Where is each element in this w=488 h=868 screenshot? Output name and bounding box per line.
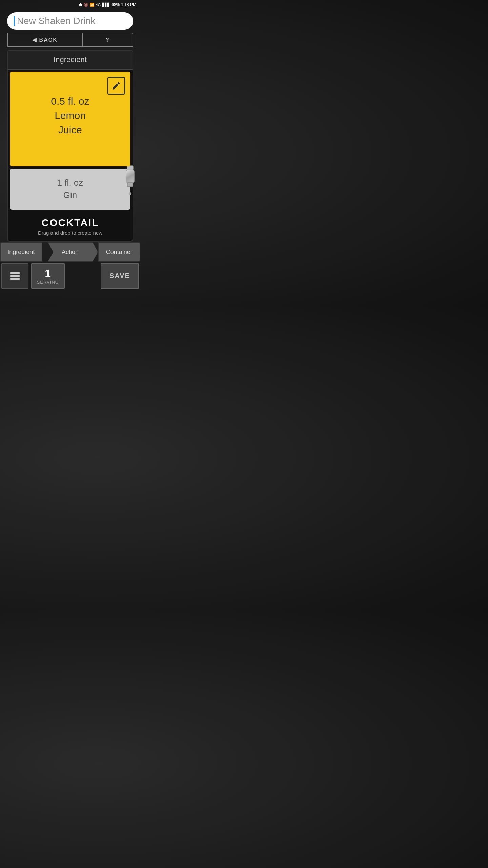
title-bar: New Shaken Drink [7,12,134,30]
content-area: Ingredient 0.5 fl. oz LemonJuice 1 fl. o… [7,50,134,242]
shaker-icon [123,165,137,196]
cursor [14,16,15,26]
ingredient-header: Ingredient [8,51,133,70]
mute-icon: 🔇 [84,3,88,7]
svg-rect-2 [127,183,133,187]
cocktail-subtitle: Drag and drop to create new [11,230,129,240]
serving-button[interactable]: 1 SERVING [31,263,65,289]
second-ingredient-text: 1 fl. oz Gin [17,177,124,201]
hamburger-line-1 [10,272,20,274]
cocktail-title: COCKTAIL [11,217,129,229]
edit-ingredient-button[interactable] [107,77,125,95]
signal-icon: ▋▋▋ [102,3,110,7]
footer-spacer [67,263,100,289]
hamburger-line-3 [10,278,20,280]
active-ingredient-amount: 0.5 fl. oz [51,96,89,107]
footer-bar: 1 SERVING SAVE [0,262,140,290]
ingredient-tab[interactable]: Ingredient [0,242,42,262]
cocktail-section: COCKTAIL Drag and drop to create new [8,212,133,241]
bluetooth-icon: ⬢ [79,3,82,7]
active-ingredient-text: 0.5 fl. oz LemonJuice [51,94,89,137]
menu-button[interactable] [1,263,28,289]
second-ingredient-name: Gin [63,190,77,200]
serving-number: 1 [45,267,51,280]
second-ingredient-card[interactable]: 1 fl. oz Gin [10,169,131,210]
help-button[interactable]: ? [83,33,133,47]
network-icon: 4G [96,3,101,7]
container-tab[interactable]: Container [98,242,140,262]
nav-buttons: ◀ BACK ? [7,33,134,47]
status-bar: ⬢ 🔇 📶 4G ▋▋▋ 68% 1:18 PM [0,0,140,9]
wifi-icon: 📶 [90,3,95,7]
second-ingredient-amount: 1 fl. oz [57,178,83,188]
back-button[interactable]: ◀ BACK [7,33,83,47]
ingredient-label: Ingredient [54,55,87,64]
action-tab[interactable]: Action [42,242,98,262]
active-ingredient-card[interactable]: 0.5 fl. oz LemonJuice [10,72,131,166]
time-display: 1:18 PM [121,2,136,7]
drink-name-input[interactable]: New Shaken Drink [17,16,96,26]
battery-status: 68% [111,2,120,7]
pencil-icon [111,81,121,91]
active-ingredient-name: LemonJuice [55,110,86,135]
serving-label: SERVING [37,280,59,285]
bottom-tabs: Ingredient Action Container [0,242,140,262]
save-button[interactable]: SAVE [101,263,139,289]
hamburger-line-2 [10,275,20,277]
